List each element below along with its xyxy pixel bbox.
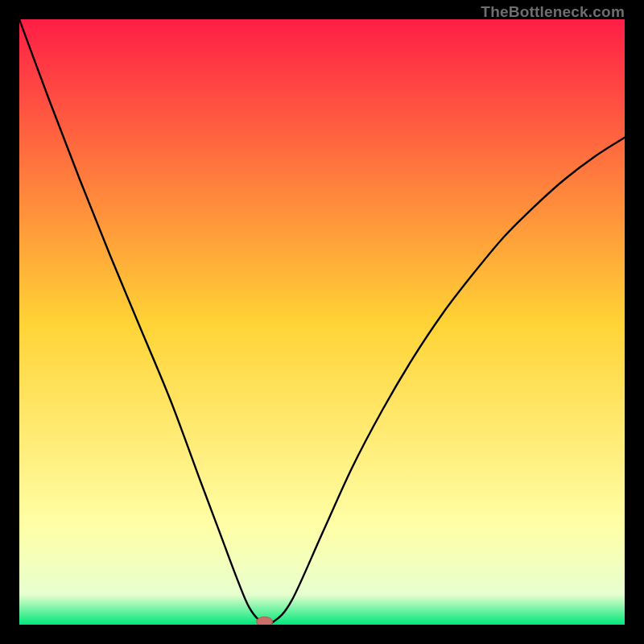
- frame-border-left: [0, 0, 19, 644]
- chart-svg: [19, 19, 625, 625]
- optimal-marker: [257, 617, 273, 625]
- chart-stage: TheBottleneck.com: [0, 0, 644, 644]
- frame-border-right: [625, 0, 644, 644]
- frame-border-bottom: [0, 625, 644, 644]
- watermark-label: TheBottleneck.com: [481, 3, 625, 21]
- plot-area: [19, 19, 625, 625]
